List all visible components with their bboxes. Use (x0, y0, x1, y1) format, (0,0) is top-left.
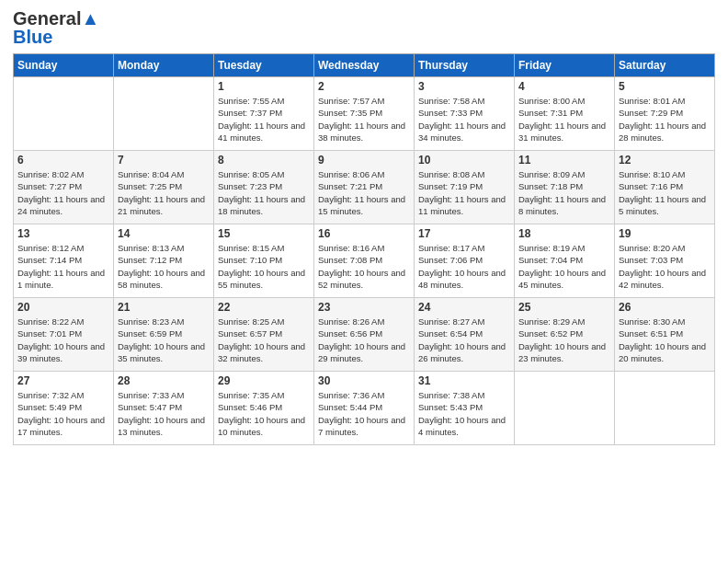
day-info: Sunrise: 8:02 AMSunset: 7:27 PMDaylight:… (17, 168, 109, 217)
day-cell: 26Sunrise: 8:30 AMSunset: 6:51 PMDayligh… (615, 298, 715, 372)
day-number: 1 (218, 80, 310, 93)
day-info: Sunrise: 8:09 AMSunset: 7:18 PMDaylight:… (518, 168, 610, 217)
day-cell: 8Sunrise: 8:05 AMSunset: 7:23 PMDaylight… (214, 151, 314, 224)
day-number: 28 (118, 374, 210, 387)
day-cell: 16Sunrise: 8:16 AMSunset: 7:08 PMDayligh… (314, 224, 415, 298)
weekday-header-monday: Monday (114, 54, 214, 77)
day-number: 23 (318, 301, 410, 314)
day-cell: 11Sunrise: 8:09 AMSunset: 7:18 PMDayligh… (515, 151, 615, 224)
day-number: 30 (318, 374, 410, 387)
day-cell: 22Sunrise: 8:25 AMSunset: 6:57 PMDayligh… (214, 298, 314, 372)
day-number: 31 (418, 374, 510, 387)
day-info: Sunrise: 8:16 AMSunset: 7:08 PMDaylight:… (318, 242, 410, 291)
day-number: 16 (318, 227, 410, 240)
day-info: Sunrise: 7:32 AMSunset: 5:49 PMDaylight:… (17, 389, 109, 438)
day-number: 18 (518, 227, 610, 240)
day-number: 20 (17, 301, 109, 314)
day-cell: 28Sunrise: 7:33 AMSunset: 5:47 PMDayligh… (114, 372, 214, 445)
day-info: Sunrise: 8:08 AMSunset: 7:19 PMDaylight:… (418, 168, 510, 217)
week-row-3: 13Sunrise: 8:12 AMSunset: 7:14 PMDayligh… (14, 224, 715, 298)
day-number: 12 (619, 154, 711, 167)
logo-general: General (13, 8, 81, 29)
day-cell: 19Sunrise: 8:20 AMSunset: 7:03 PMDayligh… (615, 224, 715, 298)
day-cell: 4Sunrise: 8:00 AMSunset: 7:31 PMDaylight… (515, 77, 615, 151)
day-cell (615, 372, 715, 445)
day-info: Sunrise: 8:26 AMSunset: 6:56 PMDaylight:… (318, 316, 410, 364)
weekday-header-friday: Friday (515, 54, 615, 77)
day-cell: 5Sunrise: 8:01 AMSunset: 7:29 PMDaylight… (615, 77, 715, 151)
weekday-header-row: SundayMondayTuesdayWednesdayThursdayFrid… (14, 54, 715, 77)
day-info: Sunrise: 8:04 AMSunset: 7:25 PMDaylight:… (118, 168, 210, 217)
day-info: Sunrise: 8:00 AMSunset: 7:31 PMDaylight:… (518, 95, 610, 144)
day-info: Sunrise: 8:17 AMSunset: 7:06 PMDaylight:… (418, 242, 510, 291)
weekday-header-sunday: Sunday (14, 54, 114, 77)
logo-blue-text: Blue (13, 28, 52, 46)
day-info: Sunrise: 8:05 AMSunset: 7:23 PMDaylight:… (218, 168, 310, 217)
day-number: 21 (118, 301, 210, 314)
day-cell: 17Sunrise: 8:17 AMSunset: 7:06 PMDayligh… (415, 224, 515, 298)
day-info: Sunrise: 7:58 AMSunset: 7:33 PMDaylight:… (418, 95, 510, 144)
day-info: Sunrise: 8:30 AMSunset: 6:51 PMDaylight:… (619, 316, 711, 364)
day-info: Sunrise: 8:13 AMSunset: 7:12 PMDaylight:… (118, 242, 210, 291)
day-cell: 6Sunrise: 8:02 AMSunset: 7:27 PMDaylight… (14, 151, 114, 224)
day-cell: 2Sunrise: 7:57 AMSunset: 7:35 PMDaylight… (314, 77, 415, 151)
day-cell (114, 77, 214, 151)
logo-blue: ▲ (81, 8, 99, 29)
day-cell: 15Sunrise: 8:15 AMSunset: 7:10 PMDayligh… (214, 224, 314, 298)
day-cell: 18Sunrise: 8:19 AMSunset: 7:04 PMDayligh… (515, 224, 615, 298)
week-row-5: 27Sunrise: 7:32 AMSunset: 5:49 PMDayligh… (14, 372, 715, 445)
day-cell: 21Sunrise: 8:23 AMSunset: 6:59 PMDayligh… (114, 298, 214, 372)
day-number: 19 (619, 227, 711, 240)
day-number: 14 (118, 227, 210, 240)
logo-text: General▲ (13, 9, 99, 28)
day-info: Sunrise: 8:19 AMSunset: 7:04 PMDaylight:… (518, 242, 610, 291)
day-cell (14, 77, 114, 151)
day-info: Sunrise: 8:25 AMSunset: 6:57 PMDaylight:… (218, 316, 310, 364)
week-row-4: 20Sunrise: 8:22 AMSunset: 7:01 PMDayligh… (14, 298, 715, 372)
day-cell: 10Sunrise: 8:08 AMSunset: 7:19 PMDayligh… (415, 151, 515, 224)
day-cell: 23Sunrise: 8:26 AMSunset: 6:56 PMDayligh… (314, 298, 415, 372)
weekday-header-thursday: Thursday (415, 54, 515, 77)
day-info: Sunrise: 7:38 AMSunset: 5:43 PMDaylight:… (418, 389, 510, 438)
week-row-2: 6Sunrise: 8:02 AMSunset: 7:27 PMDaylight… (14, 151, 715, 224)
day-cell: 12Sunrise: 8:10 AMSunset: 7:16 PMDayligh… (615, 151, 715, 224)
day-number: 29 (218, 374, 310, 387)
day-number: 25 (518, 301, 610, 314)
day-info: Sunrise: 8:15 AMSunset: 7:10 PMDaylight:… (218, 242, 310, 291)
day-number: 26 (619, 301, 711, 314)
day-cell: 29Sunrise: 7:35 AMSunset: 5:46 PMDayligh… (214, 372, 314, 445)
day-number: 13 (17, 227, 109, 240)
day-info: Sunrise: 8:29 AMSunset: 6:52 PMDaylight:… (518, 316, 610, 364)
day-cell: 30Sunrise: 7:36 AMSunset: 5:44 PMDayligh… (314, 372, 415, 445)
day-cell: 7Sunrise: 8:04 AMSunset: 7:25 PMDaylight… (114, 151, 214, 224)
day-number: 17 (418, 227, 510, 240)
day-cell: 24Sunrise: 8:27 AMSunset: 6:54 PMDayligh… (415, 298, 515, 372)
day-cell: 31Sunrise: 7:38 AMSunset: 5:43 PMDayligh… (415, 372, 515, 445)
day-info: Sunrise: 8:22 AMSunset: 7:01 PMDaylight:… (17, 316, 109, 364)
calendar-table: SundayMondayTuesdayWednesdayThursdayFrid… (13, 53, 715, 445)
day-number: 7 (118, 154, 210, 167)
page: General▲ Blue SundayMondayTuesdayWednesd… (0, 0, 728, 563)
day-cell: 27Sunrise: 7:32 AMSunset: 5:49 PMDayligh… (14, 372, 114, 445)
day-cell: 3Sunrise: 7:58 AMSunset: 7:33 PMDaylight… (415, 77, 515, 151)
day-number: 2 (318, 80, 410, 93)
day-number: 22 (218, 301, 310, 314)
day-number: 5 (619, 80, 711, 93)
day-cell: 9Sunrise: 8:06 AMSunset: 7:21 PMDaylight… (314, 151, 415, 224)
day-number: 11 (518, 154, 610, 167)
day-number: 15 (218, 227, 310, 240)
day-info: Sunrise: 7:36 AMSunset: 5:44 PMDaylight:… (318, 389, 410, 438)
header: General▲ Blue (13, 9, 715, 46)
day-cell: 25Sunrise: 8:29 AMSunset: 6:52 PMDayligh… (515, 298, 615, 372)
day-info: Sunrise: 7:55 AMSunset: 7:37 PMDaylight:… (218, 95, 310, 144)
weekday-header-tuesday: Tuesday (214, 54, 314, 77)
logo: General▲ Blue (13, 9, 99, 46)
day-number: 24 (418, 301, 510, 314)
day-info: Sunrise: 8:12 AMSunset: 7:14 PMDaylight:… (17, 242, 109, 291)
day-info: Sunrise: 8:27 AMSunset: 6:54 PMDaylight:… (418, 316, 510, 364)
day-number: 3 (418, 80, 510, 93)
day-number: 6 (17, 154, 109, 167)
week-row-1: 1Sunrise: 7:55 AMSunset: 7:37 PMDaylight… (14, 77, 715, 151)
day-number: 9 (318, 154, 410, 167)
day-info: Sunrise: 8:20 AMSunset: 7:03 PMDaylight:… (619, 242, 711, 291)
